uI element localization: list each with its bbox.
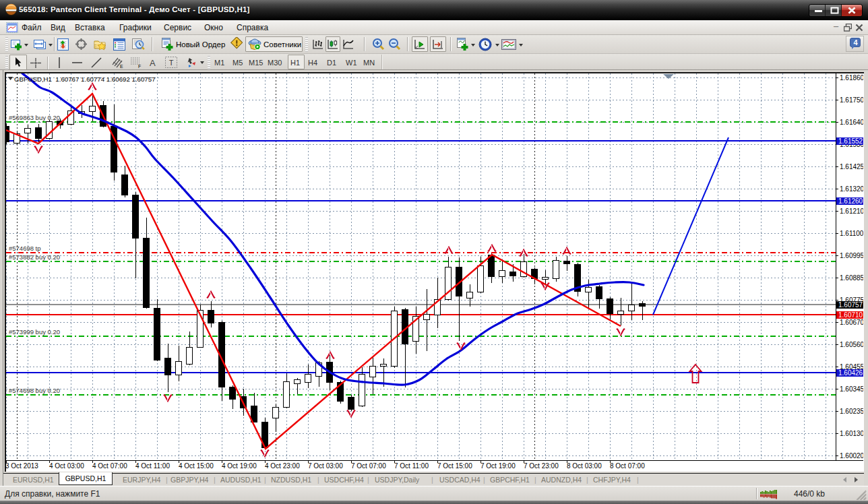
svg-text:GBPUSD,H1 1.60767 1.60774 1.6: GBPUSD,H1 1.60767 1.60774 1.60692 1.6075…: [14, 75, 156, 83]
svg-text:#574698 tp: #574698 tp: [9, 245, 41, 252]
svg-text:3 Oct 2013: 3 Oct 2013: [6, 462, 38, 470]
svg-text:#569863 buy 0.20: #569863 buy 0.20: [9, 114, 60, 121]
svg-text:7 Oct 19:00: 7 Oct 19:00: [480, 462, 516, 470]
svg-text:#574698 buy 0.20: #574698 buy 0.20: [9, 387, 60, 394]
svg-text:1.61100: 1.61100: [840, 230, 863, 237]
svg-text:4 Oct 11:00: 4 Oct 11:00: [135, 462, 170, 470]
svg-text:7 Oct 03:00: 7 Oct 03:00: [308, 462, 343, 470]
svg-text:4 Oct 15:00: 4 Oct 15:00: [179, 462, 214, 470]
svg-text:7 Oct 07:00: 7 Oct 07:00: [351, 462, 386, 470]
svg-text:7 Oct 23:00: 7 Oct 23:00: [524, 462, 559, 470]
svg-text:#573882 buy 0.20: #573882 buy 0.20: [9, 253, 60, 261]
svg-text:1.61425: 1.61425: [840, 163, 863, 170]
svg-text:7 Oct 15:00: 7 Oct 15:00: [437, 462, 472, 470]
svg-text:1.60995: 1.60995: [840, 252, 863, 259]
svg-text:8 Oct 07:00: 8 Oct 07:00: [610, 462, 645, 470]
svg-text:1.60426: 1.60426: [838, 369, 863, 377]
svg-text:1.60885: 1.60885: [840, 274, 863, 282]
svg-text:1.61260: 1.61260: [838, 197, 863, 205]
svg-text:4: 4: [853, 38, 858, 46]
svg-text:1.60670: 1.60670: [840, 319, 863, 326]
svg-text:1.60130: 1.60130: [840, 430, 863, 437]
svg-text:8 Oct 03:00: 8 Oct 03:00: [567, 462, 602, 470]
svg-text:1.61640: 1.61640: [840, 119, 863, 126]
svg-text:T: T: [169, 59, 174, 67]
svg-text:1.60757: 1.60757: [838, 301, 863, 309]
svg-text:7 Oct 11:00: 7 Oct 11:00: [394, 462, 429, 470]
svg-text:E: E: [120, 64, 123, 69]
svg-text:1.60020: 1.60020: [840, 452, 863, 460]
svg-text:1.60710: 1.60710: [838, 311, 863, 319]
svg-text:4 Oct 19:00: 4 Oct 19:00: [222, 462, 257, 470]
svg-text:4 Oct 23:00: 4 Oct 23:00: [265, 462, 300, 470]
svg-text:#573999 buy 0.20: #573999 buy 0.20: [9, 328, 60, 336]
svg-text:1.61320: 1.61320: [840, 185, 863, 193]
svg-text:F: F: [138, 64, 141, 69]
svg-text:1.60345: 1.60345: [840, 385, 863, 393]
svg-text:4 Oct 07:00: 4 Oct 07:00: [92, 462, 127, 470]
svg-text:1.60560: 1.60560: [840, 341, 863, 348]
svg-text:1.61860: 1.61860: [840, 74, 863, 82]
svg-text:4 Oct 03:00: 4 Oct 03:00: [49, 462, 84, 470]
svg-text:1.61552: 1.61552: [838, 137, 863, 145]
svg-text:1.61750: 1.61750: [840, 96, 863, 104]
svg-text:1.60235: 1.60235: [840, 408, 863, 415]
svg-text:1.61210: 1.61210: [840, 208, 863, 215]
